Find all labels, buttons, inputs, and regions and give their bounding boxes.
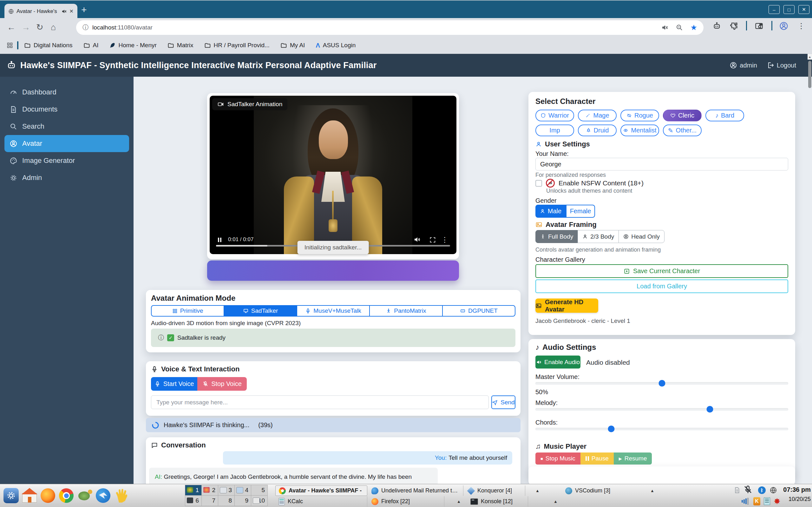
nsfw-checkbox[interactable] — [536, 180, 542, 187]
start-voice-button[interactable]: Start Voice — [151, 377, 197, 391]
enable-audio-button[interactable]: Enable Audio — [536, 355, 580, 369]
app-launcher-tde-icon[interactable] — [3, 487, 20, 504]
melody-slider[interactable] — [536, 408, 788, 411]
tray-signal-chart-icon[interactable] — [741, 497, 750, 506]
taskbar-window-konqueror[interactable]: Konqueror [4] — [464, 486, 525, 496]
pager-desktop-9[interactable]: 9 — [235, 495, 251, 506]
reload-button[interactable]: ↻ — [36, 23, 44, 32]
taskbar-scroll-arrow[interactable]: ▲ — [457, 499, 461, 504]
save-character-button[interactable]: Save Current Character — [536, 264, 788, 278]
bookmark-item[interactable]: HR / Payroll Provid... — [204, 42, 270, 49]
chrome-icon[interactable] — [58, 487, 75, 504]
pager-desktop-10[interactable]: 10 — [251, 495, 268, 506]
tray-mic-muted-icon[interactable] — [744, 485, 752, 494]
sidebar-item-search[interactable]: Search — [0, 118, 134, 135]
class-imp-button[interactable]: Imp — [536, 124, 574, 136]
taskbar-scroll-arrow[interactable]: ▲ — [650, 488, 654, 493]
tab-dgpunet[interactable]: DGPUNET — [442, 305, 515, 317]
class-other-button[interactable]: ✎Other... — [663, 124, 702, 136]
bookmark-item[interactable]: My AI — [281, 42, 305, 49]
bookmark-star-icon[interactable]: ★ — [690, 23, 697, 32]
address-bar[interactable]: ⓘ localhost:11080/avatar ★ — [76, 20, 704, 35]
side-panel-search-icon[interactable] — [754, 21, 764, 31]
generate-hd-avatar-button[interactable]: Generate HD Avatar — [536, 298, 598, 313]
pager-desktop-4[interactable]: 4 — [235, 485, 251, 496]
tray-bluetooth-icon[interactable]: ᛒ — [757, 486, 766, 495]
window-close-button[interactable]: ✕ — [798, 5, 809, 14]
tab-musev-musetalk[interactable]: MuseV+MuseTalk — [297, 305, 370, 317]
video-volume-icon[interactable] — [413, 236, 421, 243]
resume-button[interactable]: ▶Resume — [614, 452, 652, 464]
pager-desktop-1[interactable]: 1 — [185, 485, 202, 496]
gender-female-button[interactable]: Female — [566, 205, 595, 218]
extensions-puzzle-icon[interactable] — [729, 21, 739, 31]
slider-thumb[interactable] — [608, 426, 615, 432]
framing-head-only-button[interactable]: Head Only — [618, 230, 664, 243]
browser-tab[interactable]: Avatar - Hawke's SIIMPAF - ✕ — [4, 4, 78, 19]
tab-primitive[interactable]: Primitive — [151, 305, 224, 317]
profile-avatar-icon[interactable] — [779, 21, 789, 31]
stop-voice-button[interactable]: Stop Voice — [197, 377, 247, 391]
sidebar-item-avatar[interactable]: Avatar — [4, 135, 129, 152]
tray-notes-icon[interactable] — [763, 497, 771, 506]
class-druid-button[interactable]: Druid — [578, 124, 617, 136]
name-field[interactable] — [536, 158, 788, 170]
video-menu-kebab-icon[interactable]: ⋮ — [441, 236, 448, 244]
gender-male-button[interactable]: Male — [536, 205, 566, 218]
firefox-icon[interactable] — [39, 487, 56, 504]
zoom-out-icon[interactable] — [676, 24, 683, 32]
taskbar-window-kcalc[interactable]: KCalc — [275, 496, 367, 507]
current-user[interactable]: admin — [729, 61, 757, 69]
load-gallery-button[interactable]: Load from Gallery — [536, 279, 788, 293]
tray-kde-k-icon[interactable]: K — [752, 497, 761, 506]
new-tab-button[interactable]: + — [81, 4, 87, 15]
pager-desktop-3[interactable]: 3 — [218, 485, 235, 496]
turtle-icon[interactable] — [76, 487, 93, 504]
taskbar-window-vscodium[interactable]: VSCodium [3] — [562, 486, 629, 496]
apps-grid-icon[interactable] — [6, 42, 13, 49]
wave-hand-icon[interactable] — [113, 487, 130, 504]
class-mentalist-button[interactable]: Mentalist — [620, 124, 659, 136]
taskbar-scroll-arrow[interactable]: ▲ — [536, 488, 540, 493]
tab-muted-icon[interactable] — [61, 9, 67, 14]
tray-document-icon[interactable] — [733, 486, 742, 495]
tab-close-icon[interactable]: ✕ — [69, 8, 73, 14]
bookmark-item[interactable]: AI — [84, 42, 99, 49]
pager-desktop-2[interactable]: 2 — [201, 485, 218, 496]
scrollbar-thumb[interactable] — [808, 61, 811, 88]
class-rogue-button[interactable]: Rogue — [620, 110, 659, 121]
tab-mute-icon[interactable] — [661, 24, 669, 32]
class-mage-button[interactable]: Mage — [578, 110, 617, 121]
taskbar-window-chrome-avatar[interactable]: Avatar - Hawke's SIIMPAF - — [275, 486, 367, 496]
video-fullscreen-icon[interactable] — [429, 236, 436, 243]
scrollbar-up-arrow[interactable]: ▲ — [808, 54, 812, 60]
taskbar-window-mail[interactable]: Undelivered Mail Returned to Se — [368, 486, 463, 496]
sidebar-item-admin[interactable]: Admin — [0, 169, 134, 186]
class-bard-button[interactable]: ♪Bard — [705, 110, 744, 121]
bookmark-item[interactable]: ΛASUS Login — [316, 42, 356, 49]
taskbar-window-firefox[interactable]: Firefox [22] — [368, 496, 444, 507]
tab-pantomatrix[interactable]: PantoMatrix — [369, 305, 443, 317]
framing-full-body-button[interactable]: Full Body — [536, 230, 578, 243]
pager-desktop-7[interactable]: 7 — [201, 495, 218, 506]
sidebar-item-image-generator[interactable]: Image Generator — [0, 152, 134, 169]
send-button[interactable]: Send — [491, 395, 515, 409]
master-volume-slider[interactable] — [536, 382, 788, 385]
back-button[interactable]: ← — [7, 23, 15, 32]
framing-two-thirds-button[interactable]: 2/3 Body — [577, 230, 619, 243]
thunderbird-icon[interactable] — [95, 487, 112, 504]
tab-sadtalker[interactable]: SadTalker — [223, 305, 297, 317]
slider-thumb[interactable] — [706, 406, 713, 412]
avatar-video-player[interactable]: SadTalker Animation 0:01 / 0:07 ⋮ — [210, 96, 456, 254]
logout-button[interactable]: Logout — [767, 61, 796, 69]
home-folder-icon[interactable] — [21, 487, 38, 504]
sidebar-item-documents[interactable]: Documents — [0, 101, 134, 118]
bookmark-item[interactable]: Home - Menyr — [109, 42, 156, 49]
taskbar-clock[interactable]: 07:36 pm 10/20/25 — [782, 486, 811, 503]
window-maximize-button[interactable]: □ — [783, 5, 795, 14]
taskbar-window-konsole[interactable]: Konsole [12] — [467, 496, 528, 507]
stop-music-button[interactable]: ■Stop Music — [536, 452, 580, 464]
class-cleric-button[interactable]: Cleric — [663, 110, 702, 121]
ai-assistant-icon[interactable] — [712, 21, 721, 31]
chords-slider[interactable] — [536, 428, 788, 430]
